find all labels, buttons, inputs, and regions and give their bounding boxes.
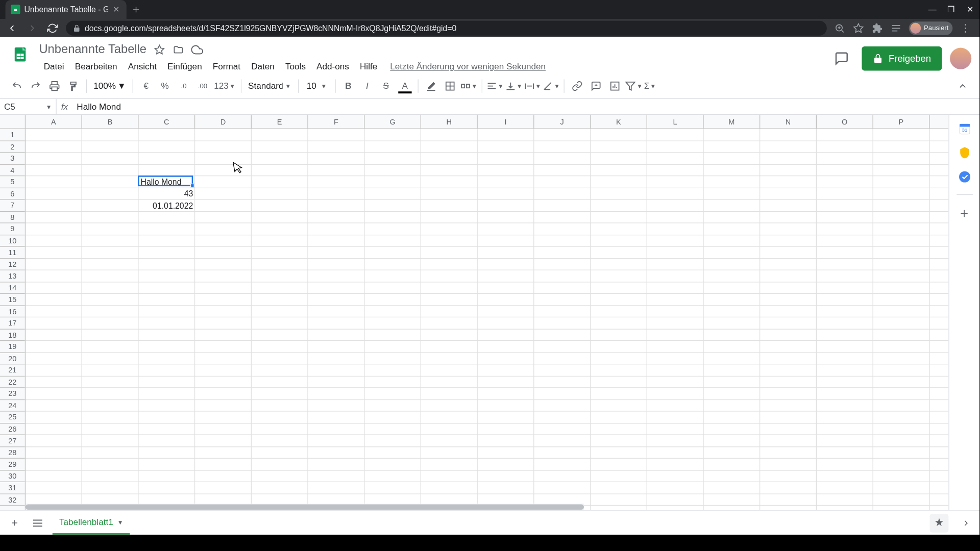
decrease-decimal-button[interactable]: .0	[175, 77, 192, 94]
row-header[interactable]: 28	[0, 447, 25, 459]
all-sheets-button[interactable]	[30, 515, 46, 531]
text-color-button[interactable]: A	[396, 77, 413, 94]
last-edit-text[interactable]: Letzte Änderung vor wenigen Sekunden	[390, 61, 546, 71]
row-header[interactable]: 18	[0, 329, 25, 341]
browser-menu-icon[interactable]: ⋮	[959, 22, 971, 34]
cell-value[interactable]: 01.01.2022	[139, 199, 195, 211]
column-header[interactable]: A	[26, 115, 82, 128]
bold-button[interactable]: B	[339, 77, 357, 94]
back-button[interactable]	[6, 21, 19, 35]
font-size-select[interactable]: 10▼	[303, 81, 331, 91]
row-header[interactable]: 5	[0, 176, 25, 188]
sheet-tab[interactable]: Tabellenblatt1 ▼	[53, 511, 130, 535]
row-header[interactable]: 29	[0, 459, 25, 470]
row-header[interactable]: 25	[0, 412, 25, 423]
side-panel-toggle[interactable]	[959, 516, 972, 530]
column-header[interactable]: K	[591, 115, 647, 128]
tasks-icon[interactable]	[958, 170, 971, 183]
sheet-menu-icon[interactable]: ▼	[117, 519, 124, 525]
fill-color-button[interactable]	[422, 77, 439, 94]
add-addon-icon[interactable]: ＋	[958, 206, 971, 219]
paint-format-button[interactable]	[65, 77, 82, 94]
cloud-status-icon[interactable]	[191, 43, 203, 56]
menu-format[interactable]: Format	[208, 59, 246, 73]
row-header[interactable]: 24	[0, 400, 25, 412]
cell-value[interactable]: 43	[139, 188, 195, 199]
v-align-button[interactable]: ▼	[505, 77, 522, 94]
undo-button[interactable]	[8, 77, 26, 94]
add-sheet-button[interactable]: ＋	[7, 515, 23, 531]
browser-tab[interactable]: Unbenannte Tabelle - Google Ta ✕	[6, 0, 127, 19]
address-bar[interactable]: docs.google.com/spreadsheets/d/1SF42SZ1l…	[66, 20, 827, 35]
select-all-corner[interactable]	[0, 115, 26, 129]
rotate-button[interactable]: ▼	[543, 77, 560, 94]
row-header[interactable]: 3	[0, 153, 25, 164]
row-header[interactable]: 16	[0, 306, 25, 317]
row-header[interactable]: 22	[0, 376, 25, 388]
column-header[interactable]: P	[873, 115, 930, 128]
column-header[interactable]: G	[364, 115, 421, 128]
row-header[interactable]: 15	[0, 294, 25, 306]
row-header[interactable]: 14	[0, 282, 25, 294]
window-minimize-button[interactable]: —	[923, 0, 942, 19]
column-header[interactable]: H	[421, 115, 478, 128]
keep-icon[interactable]	[958, 146, 971, 159]
more-formats-button[interactable]: 123▼	[213, 77, 237, 94]
collapse-toolbar-button[interactable]	[954, 77, 971, 94]
zoom-select[interactable]: 100%▼	[91, 81, 129, 91]
column-header[interactable]: I	[478, 115, 534, 128]
row-header[interactable]: 10	[0, 235, 25, 247]
account-avatar[interactable]	[950, 48, 971, 69]
row-header[interactable]: 30	[0, 470, 25, 482]
column-header[interactable]: L	[647, 115, 704, 128]
row-header[interactable]: 11	[0, 247, 25, 259]
functions-button[interactable]: Σ▼	[644, 77, 656, 94]
row-header[interactable]: 21	[0, 364, 25, 376]
link-button[interactable]	[569, 77, 586, 94]
font-select[interactable]: Standard (...▼	[246, 81, 294, 91]
print-button[interactable]	[46, 77, 63, 94]
menu-hilfe[interactable]: Hilfe	[355, 59, 382, 73]
row-header[interactable]: 13	[0, 270, 25, 282]
merge-button[interactable]: ▼	[460, 77, 477, 94]
sheets-logo-icon[interactable]	[8, 42, 32, 66]
window-close-button[interactable]: ✕	[961, 0, 979, 19]
filter-button[interactable]: ▼	[625, 77, 643, 94]
row-header[interactable]: 2	[0, 141, 25, 153]
row-header[interactable]: 27	[0, 435, 25, 447]
name-box[interactable]: C5▼	[0, 99, 57, 114]
menu-daten[interactable]: Daten	[247, 59, 279, 73]
menu-einfügen[interactable]: Einfügen	[163, 59, 207, 73]
forward-button[interactable]	[26, 21, 39, 35]
row-header[interactable]: 7	[0, 199, 25, 211]
column-header[interactable]: E	[252, 115, 308, 128]
horizontal-scrollbar[interactable]	[26, 504, 584, 510]
row-header[interactable]: 23	[0, 388, 25, 399]
increase-decimal-button[interactable]: .00	[194, 77, 211, 94]
move-icon[interactable]	[172, 43, 184, 56]
column-header[interactable]: O	[817, 115, 873, 128]
chart-button[interactable]	[606, 77, 624, 94]
column-header[interactable]: D	[195, 115, 252, 128]
comment-button[interactable]	[587, 77, 605, 94]
window-maximize-button[interactable]: ❐	[942, 0, 961, 19]
fill-handle[interactable]	[190, 183, 194, 187]
close-tab-icon[interactable]: ✕	[112, 5, 121, 14]
star-icon[interactable]	[153, 43, 165, 56]
row-header[interactable]: 1	[0, 129, 25, 141]
strikethrough-button[interactable]: S	[377, 77, 395, 94]
column-header[interactable]: J	[534, 115, 591, 128]
row-header[interactable]: 20	[0, 353, 25, 364]
menu-tools[interactable]: Tools	[281, 59, 310, 73]
row-header[interactable]: 32	[0, 494, 25, 506]
menu-ansicht[interactable]: Ansicht	[124, 59, 162, 73]
new-tab-button[interactable]: ＋	[127, 0, 145, 19]
column-header[interactable]: N	[760, 115, 817, 128]
column-header[interactable]: F	[308, 115, 365, 128]
explore-button[interactable]	[929, 513, 948, 532]
profile-badge[interactable]: Pausiert	[909, 21, 952, 35]
menu-add-ons[interactable]: Add-ons	[312, 59, 354, 73]
percent-button[interactable]: %	[156, 77, 174, 94]
row-header[interactable]: 6	[0, 188, 25, 199]
extensions-icon[interactable]	[871, 22, 884, 34]
